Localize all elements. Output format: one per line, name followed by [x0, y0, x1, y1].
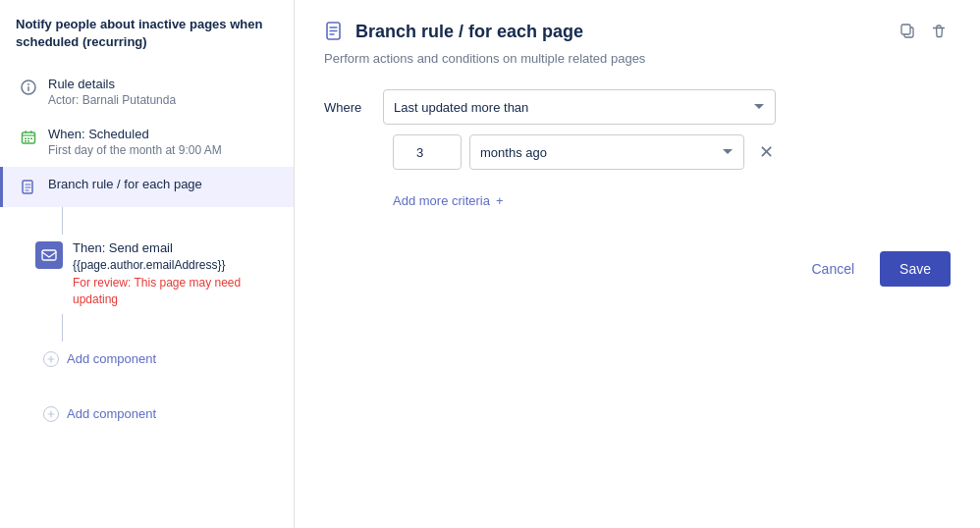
- where-row: Where Last updated more than Last update…: [324, 89, 951, 125]
- sidebar-item-branch-rule[interactable]: Branch rule / for each page: [0, 167, 294, 207]
- svg-rect-4: [26, 131, 27, 133]
- send-email-content: Then: Send email {{page.author.emailAddr…: [73, 240, 278, 308]
- panel-header: Branch rule / for each page: [324, 20, 951, 43]
- info-icon: [19, 78, 38, 97]
- add-criteria-button[interactable]: Add more criteria +: [393, 189, 951, 212]
- svg-rect-5: [30, 131, 32, 133]
- svg-rect-1: [27, 86, 29, 91]
- add-component-inner[interactable]: Add component: [0, 342, 294, 377]
- send-email-label: Then: Send email: [73, 240, 278, 255]
- sidebar-item-when-scheduled[interactable]: When: Scheduled First day of the month a…: [0, 117, 294, 167]
- svg-point-2: [27, 83, 29, 85]
- panel-title: Branch rule / for each page: [355, 22, 896, 42]
- branch-rule-content: Branch rule / for each page: [48, 177, 278, 191]
- add-component-inner-label: Add component: [67, 351, 156, 366]
- svg-rect-7: [27, 138, 29, 140]
- copy-button[interactable]: [896, 20, 919, 43]
- connector-line-bottom: [55, 314, 294, 342]
- branch-rule-label: Branch rule / for each page: [48, 177, 278, 191]
- svg-rect-8: [30, 138, 32, 140]
- svg-rect-15: [901, 25, 910, 34]
- svg-rect-12: [42, 250, 56, 260]
- svg-rect-9: [25, 140, 27, 142]
- remove-criteria-button[interactable]: ✕: [752, 138, 780, 166]
- rule-details-content: Rule details Actor: Barnali Putatunda: [48, 77, 278, 107]
- cancel-button[interactable]: Cancel: [795, 251, 870, 287]
- add-component-circle-outer: [43, 406, 59, 422]
- save-button[interactable]: Save: [880, 251, 951, 287]
- sub-criteria-row: months ago days ago weeks ago years ago …: [393, 134, 951, 170]
- review-text: For review: This page may need updating: [73, 275, 278, 308]
- period-select[interactable]: months ago days ago weeks ago years ago: [469, 134, 744, 170]
- add-component-outer-label: Add component: [67, 406, 156, 421]
- where-label: Where: [324, 100, 383, 115]
- email-address-value: {{page.author.emailAddress}}: [73, 258, 278, 272]
- calendar-icon: [19, 128, 38, 147]
- when-scheduled-content: When: Scheduled First day of the month a…: [48, 127, 278, 157]
- add-component-circle-inner: [43, 351, 59, 367]
- email-icon: [35, 241, 63, 269]
- sidebar-item-rule-details[interactable]: Rule details Actor: Barnali Putatunda: [0, 67, 294, 117]
- panel-footer: Cancel Save: [324, 251, 951, 287]
- rule-details-sublabel: Actor: Barnali Putatunda: [48, 93, 278, 107]
- when-scheduled-sublabel: First day of the month at 9:00 AM: [48, 143, 278, 157]
- add-component-outer[interactable]: Add component: [0, 396, 294, 432]
- svg-rect-6: [25, 138, 27, 140]
- connector-line-top: [55, 207, 294, 235]
- sidebar-title: Notify people about inactive pages when …: [0, 16, 294, 67]
- delete-button[interactable]: [927, 20, 951, 43]
- number-input[interactable]: [393, 134, 462, 170]
- criteria-section: Where Last updated more than Last update…: [324, 89, 951, 170]
- panel-title-page-icon: [324, 21, 346, 42]
- page-branch-icon: [19, 178, 38, 197]
- where-select[interactable]: Last updated more than Last updated less…: [383, 89, 776, 125]
- panel-title-actions: [896, 20, 951, 43]
- add-criteria-label: Add more criteria: [393, 193, 490, 208]
- main-panel: Branch rule / for each page Perform acti…: [295, 0, 980, 528]
- svg-rect-10: [27, 140, 29, 142]
- panel-subtitle: Perform actions and conditions on multip…: [324, 51, 951, 66]
- then-send-email-item[interactable]: Then: Send email {{page.author.emailAddr…: [0, 235, 294, 314]
- rule-details-label: Rule details: [48, 77, 278, 91]
- add-criteria-plus-icon: +: [496, 193, 504, 208]
- sidebar: Notify people about inactive pages when …: [0, 0, 295, 528]
- when-scheduled-label: When: Scheduled: [48, 127, 278, 141]
